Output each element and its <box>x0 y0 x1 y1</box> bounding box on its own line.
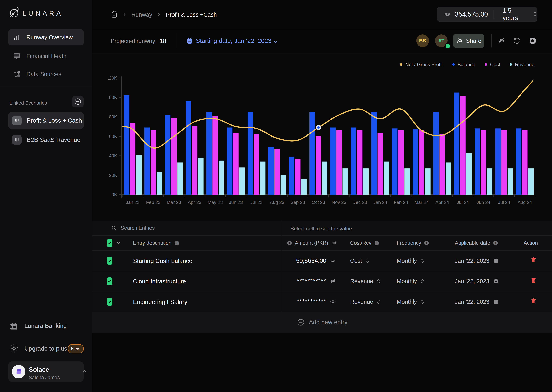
entry-date[interactable]: Jan ‘22, 2023 <box>455 299 489 305</box>
col-costrev[interactable]: Cost/Rev <box>350 240 371 246</box>
svg-text:Sep 23: Sep 23 <box>291 200 305 205</box>
delete-icon[interactable] <box>530 298 537 305</box>
sparkle-star-icon <box>9 344 18 353</box>
svg-text:Jul 23: Jul 23 <box>250 200 263 205</box>
sidebar-item-data-sources[interactable]: Data Sources <box>8 66 84 82</box>
legend-item-cost[interactable]: Cost <box>485 62 500 67</box>
entry-amount[interactable]: 50,5654.00 <box>286 257 326 264</box>
info-icon[interactable]: i <box>175 241 179 245</box>
plus-circle-icon <box>297 318 305 326</box>
row-checkbox[interactable] <box>107 277 112 285</box>
entry-frequency[interactable]: Monthly <box>397 258 417 264</box>
entry-costrev[interactable]: Revenue <box>350 278 373 285</box>
row-checkbox[interactable] <box>107 257 112 265</box>
sidebar-item-runway-overview[interactable]: Runway Overview <box>8 29 84 45</box>
updown-icon[interactable] <box>421 299 424 305</box>
chevron-down-icon[interactable] <box>116 241 121 245</box>
col-frequency[interactable]: Frequency <box>397 240 421 246</box>
range-select-value[interactable]: 1.5 years <box>502 7 528 21</box>
eye-icon[interactable] <box>444 10 451 18</box>
add-scenario-button[interactable] <box>72 96 84 107</box>
chevron-up-icon[interactable] <box>82 369 87 374</box>
entry-costrev[interactable]: Cost <box>350 258 362 264</box>
eye-slash-icon[interactable] <box>331 240 337 246</box>
legend-label: Balance <box>458 62 475 67</box>
legend-item-revenue[interactable]: Revenue <box>510 62 534 67</box>
home-icon[interactable] <box>110 10 118 18</box>
cell-hint-label: Select cell to see the value <box>290 226 352 232</box>
delete-icon[interactable] <box>530 257 537 264</box>
sidebar-item-financial-health[interactable]: Financial Heath <box>8 48 84 64</box>
user-card[interactable]: Solace Salena James <box>8 361 84 382</box>
search-input[interactable] <box>120 225 236 231</box>
breadcrumb-current: Profit & Loss +Cash <box>166 12 217 18</box>
sidebar-divider <box>0 86 92 86</box>
entry-description[interactable]: Starting Cash balance <box>133 258 192 264</box>
svg-text:Jan 24: Jan 24 <box>373 200 387 205</box>
starting-date-selector[interactable]: Starting date, Jan ‘22, 2023 <box>196 37 271 44</box>
updown-icon[interactable] <box>421 258 424 264</box>
sync-history-icon[interactable] <box>513 37 521 45</box>
legend-item-profit[interactable]: Net / Gross Profit <box>400 62 443 67</box>
updown-icon[interactable] <box>377 299 380 305</box>
entry-amount-masked[interactable]: *********** <box>286 278 326 284</box>
add-new-entry-button[interactable]: Add new entry <box>92 312 552 333</box>
updown-icon[interactable] <box>421 279 424 284</box>
calendar-icon[interactable] <box>493 278 499 285</box>
entry-frequency[interactable]: Monthly <box>397 299 417 305</box>
bar-chart-icon <box>13 33 21 41</box>
info-icon[interactable]: i <box>424 241 429 245</box>
svg-text:Aug 24: Aug 24 <box>517 200 532 205</box>
svg-text:20K: 20K <box>109 173 117 178</box>
entry-costrev[interactable]: Revenue <box>350 299 373 305</box>
col-applicable-date[interactable]: Applicable date <box>455 240 490 246</box>
entries-table: Select cell to see the value Entry descr… <box>92 221 552 333</box>
legend-item-balance[interactable]: Balance <box>452 62 475 67</box>
lunara-logo-icon <box>8 7 20 19</box>
share-button[interactable]: Share <box>453 34 484 48</box>
updown-icon[interactable] <box>377 279 380 284</box>
info-icon[interactable]: i <box>375 241 379 245</box>
updown-icon[interactable] <box>366 258 369 264</box>
col-amount[interactable]: Amount (PKR) <box>295 240 328 246</box>
entry-frequency[interactable]: Monthly <box>397 278 417 285</box>
entry-date[interactable]: Jan ‘22, 2023 <box>455 278 489 285</box>
eye-slash-icon[interactable] <box>330 298 336 305</box>
svg-text:120K: 120K <box>108 75 117 81</box>
sidebar-item-b2b-saas-revenue[interactable]: B2B SaaS Ravenue <box>8 132 84 148</box>
nut-icon[interactable] <box>528 36 537 45</box>
runway-chart[interactable]: 0K20K40K60K80K100K120KJan 23Feb 23Mar 23… <box>108 75 536 210</box>
scenario-icon <box>12 135 22 145</box>
sidebar-item-lunara-banking[interactable]: Lunara Banking <box>9 321 67 330</box>
delete-icon[interactable] <box>530 277 537 284</box>
sidebar-item-upgrade[interactable]: Upgrade to plus <box>9 344 67 353</box>
col-action: Action <box>523 240 538 246</box>
svg-text:Apr 23: Apr 23 <box>188 200 201 205</box>
eye-icon[interactable] <box>330 258 336 264</box>
runway-metric-pill[interactable]: 354,575.00 1.5 years <box>437 7 537 22</box>
info-icon[interactable]: i <box>287 241 292 245</box>
calendar-icon[interactable] <box>493 299 499 305</box>
entry-description[interactable]: Cloud Infrastructure <box>133 278 186 285</box>
svg-text:Nov 23: Nov 23 <box>332 200 346 205</box>
user-name: Salena James <box>29 375 60 380</box>
breadcrumb-runway[interactable]: Runway <box>131 12 152 18</box>
select-all-checkbox[interactable] <box>107 239 112 247</box>
legend-label: Cost <box>490 62 500 67</box>
avatar-bs[interactable]: BS <box>416 35 429 47</box>
legend-label: Revenue <box>515 62 534 67</box>
chevron-down-icon[interactable] <box>273 39 278 44</box>
entry-amount-masked[interactable]: *********** <box>286 298 326 305</box>
eye-off-icon[interactable] <box>497 37 505 45</box>
entry-date[interactable]: Jan ‘22, 2023 <box>455 258 489 264</box>
sidebar-item-profit-loss-cash[interactable]: Profit & Loss + Cash <box>8 112 84 129</box>
sidebar: LUNARA Runway Overview Financia <box>0 0 92 392</box>
info-icon[interactable]: i <box>493 241 498 245</box>
row-checkbox[interactable] <box>107 298 112 306</box>
entry-description[interactable]: Engineering I Salary <box>133 299 187 305</box>
calendar-icon[interactable] <box>493 258 499 264</box>
chevron-updown-icon[interactable] <box>533 11 537 17</box>
bank-icon <box>9 321 18 330</box>
col-entry-description[interactable]: Entry description <box>133 240 172 246</box>
eye-slash-icon[interactable] <box>330 278 336 284</box>
